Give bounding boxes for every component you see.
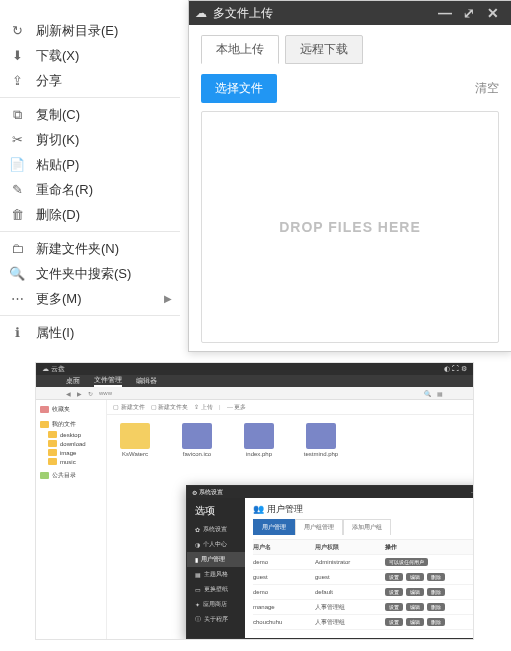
comp-maintabs: 桌面 文件管理 编辑器 xyxy=(36,375,473,387)
table-row[interactable]: manage 人事管理组 设置 编辑 删除 xyxy=(253,600,474,615)
tb-upload[interactable]: ⇪ 上传 xyxy=(194,403,213,412)
op-chip[interactable]: 编辑 xyxy=(406,603,424,611)
gear-icon: ⚙ xyxy=(192,489,197,496)
tab-desktop[interactable]: 桌面 xyxy=(66,376,80,386)
share-icon: ⇪ xyxy=(8,73,26,88)
ctx-more[interactable]: ⋯ 更多(M) ▶ xyxy=(0,286,180,311)
subtab-addgroup[interactable]: 添加用户组 xyxy=(343,519,391,535)
file-item[interactable]: favicon.ico xyxy=(177,423,217,457)
ctx-newfolder[interactable]: 🗀 新建文件夹(N) xyxy=(0,236,180,261)
sysdlg-main-title: 👥 用户管理 xyxy=(245,498,474,519)
tab-filemanager[interactable]: 文件管理 xyxy=(94,375,122,387)
op-chip[interactable]: 编辑 xyxy=(406,588,424,596)
ctx-label: 分享 xyxy=(36,72,172,90)
subtab-groups[interactable]: 用户组管理 xyxy=(295,519,343,535)
composite-screenshot: ☁ 云盘 ◐ ⛶ ⚙ 桌面 文件管理 编辑器 ◀ ▶ ↻ www 🔍 ▦ 收藏夹… xyxy=(35,362,474,640)
upload-actionbar: 选择文件 清空 xyxy=(189,64,511,111)
tab-remote-download[interactable]: 远程下载 xyxy=(285,35,363,64)
tree-mydocs[interactable]: 我的文件 xyxy=(40,419,102,430)
ctx-label: 粘贴(P) xyxy=(36,156,172,174)
cloud-icon: ☁ xyxy=(195,6,207,20)
ctx-paste[interactable]: 📄 粘贴(P) xyxy=(0,152,180,177)
tree-fav-header[interactable]: 收藏夹 xyxy=(40,404,102,415)
nav-back-icon[interactable]: ◀ xyxy=(66,390,71,397)
tree-item[interactable]: desktop xyxy=(40,430,102,439)
side-item-system[interactable]: ✿ 系统设置 xyxy=(187,522,245,537)
file-item[interactable]: KsWaterc xyxy=(115,423,155,457)
ctx-share[interactable]: ⇪ 分享 xyxy=(0,68,180,93)
folder-icon: 🗀 xyxy=(8,241,26,256)
comp-inner-toolbar: ▢ 新建文件 ▢ 新建文件夹 ⇪ 上传 | ⋯ 更多 xyxy=(107,400,473,415)
op-chip[interactable]: 设置 xyxy=(385,603,403,611)
side-item-wallpaper[interactable]: ▭ 更换壁纸 xyxy=(187,582,245,597)
table-row[interactable]: demo default 设置 编辑 删除 xyxy=(253,585,474,600)
tree-item[interactable]: music xyxy=(40,457,102,466)
clear-link[interactable]: 清空 xyxy=(475,80,499,97)
ctx-download[interactable]: ⬇ 下载(X) xyxy=(0,43,180,68)
comp-sidebar: 收藏夹 我的文件 desktop download image music 公共… xyxy=(36,400,107,640)
side-item-personal[interactable]: ◑ 个人中心 xyxy=(187,537,245,552)
refresh-icon[interactable]: ↻ xyxy=(88,390,93,397)
select-file-button[interactable]: 选择文件 xyxy=(201,74,277,103)
table-row[interactable]: chouchuhu 人事管理组 设置 编辑 删除 xyxy=(253,615,474,630)
op-chip[interactable]: 删除 xyxy=(427,618,445,626)
paste-icon: 📄 xyxy=(8,157,26,172)
ctx-label: 剪切(K) xyxy=(36,131,172,149)
tab-local-upload[interactable]: 本地上传 xyxy=(201,35,279,64)
op-chip[interactable]: 设置 xyxy=(385,618,403,626)
side-item-about[interactable]: ⓘ 关于程序 xyxy=(187,612,245,627)
tree-share[interactable]: 公共目录 xyxy=(40,470,102,481)
side-item-theme[interactable]: ▦ 主题风格 xyxy=(187,567,245,582)
op-chip[interactable]: 可以设任何用户 xyxy=(385,558,428,566)
file-item[interactable]: index.php xyxy=(239,423,279,457)
sysdlg-sidebar: 选项 ✿ 系统设置 ◑ 个人中心 ▮ 用户管理 ▦ 主题风格 ▭ 更换壁纸 ✦ … xyxy=(187,498,245,638)
subtab-users[interactable]: 用户管理 xyxy=(253,519,295,535)
brand-label: ☁ 云盘 xyxy=(42,364,65,374)
op-chip[interactable]: 删除 xyxy=(427,603,445,611)
context-menu: ↻ 刷新树目录(E) ⬇ 下载(X) ⇪ 分享 ⧉ 复制(C) ✂ 剪切(K) … xyxy=(0,18,180,345)
table-row[interactable]: demo Administrator 可以设任何用户 xyxy=(253,555,474,570)
op-chip[interactable]: 设置 xyxy=(385,573,403,581)
tree-item[interactable]: download xyxy=(40,439,102,448)
dropzone-hint: DROP FILES HERE xyxy=(279,219,421,235)
breadcrumb[interactable]: www xyxy=(99,390,112,396)
table-header: 用户名 用户权限 操作 xyxy=(253,540,474,555)
side-item-store[interactable]: ✦ 应用商店 xyxy=(187,597,245,612)
tb-more[interactable]: ⋯ 更多 xyxy=(227,403,247,412)
ctx-label: 复制(C) xyxy=(36,106,172,124)
table-row[interactable]: guest guest 设置 编辑 删除 xyxy=(253,570,474,585)
ctx-properties[interactable]: ℹ 属性(I) xyxy=(0,320,180,345)
ctx-refresh[interactable]: ↻ 刷新树目录(E) xyxy=(0,18,180,43)
minimize-button[interactable]: ― xyxy=(433,1,457,25)
sysdlg-titlebar[interactable]: ⚙ 系统设置 ―▢✕ xyxy=(187,486,474,498)
nav-fwd-icon[interactable]: ▶ xyxy=(77,390,82,397)
op-chip[interactable]: 编辑 xyxy=(406,618,424,626)
ctx-cut[interactable]: ✂ 剪切(K) xyxy=(0,127,180,152)
view-icon[interactable]: ▦ xyxy=(437,390,443,397)
search-icon[interactable]: 🔍 xyxy=(424,390,431,397)
ctx-label: 刷新树目录(E) xyxy=(36,22,172,40)
ctx-delete[interactable]: 🗑 删除(D) xyxy=(0,202,180,227)
minimize-button[interactable]: ― xyxy=(471,489,474,496)
close-button[interactable]: ✕ xyxy=(481,1,505,25)
info-icon: ℹ xyxy=(8,325,26,340)
ctx-label: 文件夹中搜索(S) xyxy=(36,265,172,283)
maximize-button[interactable]: ⤢ xyxy=(457,1,481,25)
op-chip[interactable]: 删除 xyxy=(427,573,445,581)
tb-newfolder[interactable]: ▢ 新建文件夹 xyxy=(151,403,189,412)
tb-newfile[interactable]: ▢ 新建文件 xyxy=(113,403,145,412)
ctx-rename[interactable]: ✎ 重命名(R) xyxy=(0,177,180,202)
op-chip[interactable]: 设置 xyxy=(385,588,403,596)
refresh-icon: ↻ xyxy=(8,23,26,38)
ctx-search[interactable]: 🔍 文件夹中搜索(S) xyxy=(0,261,180,286)
side-item-users[interactable]: ▮ 用户管理 xyxy=(187,552,245,567)
tree-item[interactable]: image xyxy=(40,448,102,457)
ctx-copy[interactable]: ⧉ 复制(C) xyxy=(0,102,180,127)
op-chip[interactable]: 编辑 xyxy=(406,573,424,581)
upload-tabs: 本地上传 远程下载 xyxy=(189,25,511,64)
tab-editor[interactable]: 编辑器 xyxy=(136,376,157,386)
dialog-titlebar[interactable]: ☁ 多文件上传 ― ⤢ ✕ xyxy=(189,1,511,25)
file-item[interactable]: testmind.php xyxy=(301,423,341,457)
op-chip[interactable]: 删除 xyxy=(427,588,445,596)
dropzone[interactable]: DROP FILES HERE xyxy=(201,111,499,343)
